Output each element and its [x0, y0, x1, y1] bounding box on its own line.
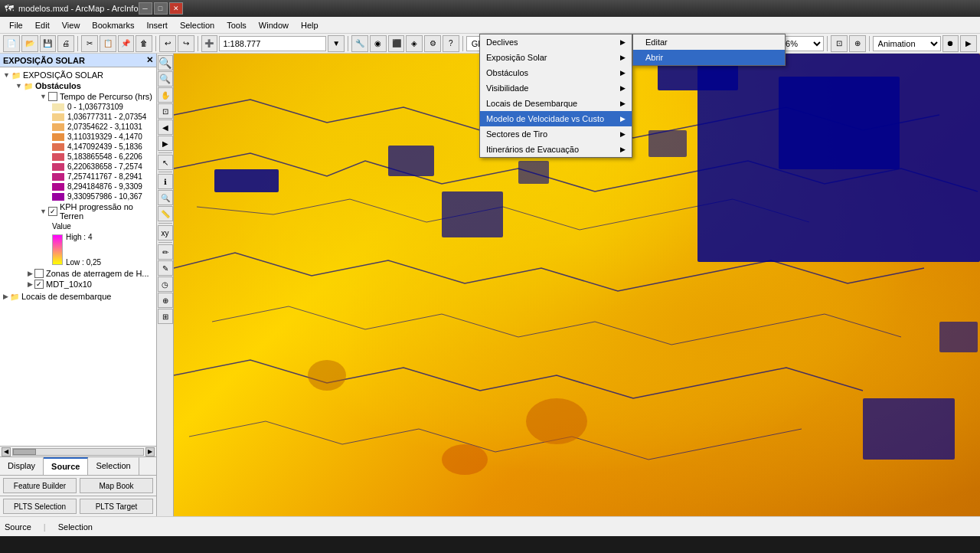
plts-selection-button[interactable]: PLTS Selection [3, 499, 77, 514]
menu-locais[interactable]: Locais de Desembarque ▶ [480, 96, 632, 111]
kph-checkbox[interactable] [48, 207, 57, 216]
menu-sectores[interactable]: Sectores de Tiro ▶ [480, 126, 632, 142]
menu-declives[interactable]: Declives ▶ [480, 34, 632, 50]
minimize-button[interactable]: ─ [139, 2, 152, 15]
feature-builder-button[interactable]: Feature Builder [3, 478, 77, 493]
menu-insert[interactable]: Insert [140, 19, 174, 31]
find-button[interactable]: 🔍 [158, 190, 173, 205]
overview-btn[interactable]: ⊡ [831, 35, 848, 52]
close-button[interactable]: ✕ [169, 2, 183, 15]
toc-close-button[interactable]: ✕ [146, 55, 153, 65]
menu-exposicao[interactable]: Exposição Solar ▶ [480, 50, 632, 65]
tab-display[interactable]: Display [0, 457, 44, 475]
toc-group-exposicao-header[interactable]: ▼ 📁 EXPOSIÇÃO SOLAR [0, 70, 156, 80]
menu-selection[interactable]: Selection [174, 19, 220, 31]
status-sep: | [44, 522, 46, 532]
mdt-checkbox[interactable] [34, 280, 44, 289]
select-button[interactable]: ↖ [158, 155, 173, 170]
anim-play[interactable]: ▶ [960, 35, 977, 52]
magnifier-btn[interactable]: ⊕ [849, 35, 866, 52]
legend-item-9: 8,294184876 - 9,3309 [24, 182, 156, 191]
scroll-left-button[interactable]: ◀ [2, 447, 11, 456]
edit2-button[interactable]: ✎ [158, 260, 173, 276]
toc-kph-layer[interactable]: ▼ KPH progressão no Terren [24, 201, 156, 221]
menu-bookmarks[interactable]: Bookmarks [86, 19, 140, 31]
undo-button[interactable]: ↩ [159, 35, 176, 52]
menu-view[interactable]: View [56, 19, 87, 31]
cut-button[interactable]: ✂ [81, 35, 98, 52]
paste-button[interactable]: 📌 [118, 35, 135, 52]
pan-button[interactable]: ✋ [158, 87, 173, 103]
menu-window[interactable]: Window [253, 19, 295, 31]
tb-tool2[interactable]: ◉ [370, 35, 387, 52]
menu-velocidade[interactable]: Modelo de Velocidade vs Custo ▶ [480, 111, 632, 126]
menu-edit[interactable]: Edit [29, 19, 56, 31]
add-data-button[interactable]: ➕ [201, 35, 218, 52]
tempo-checkbox[interactable] [48, 92, 57, 101]
svg-rect-1 [388, 146, 434, 176]
tb-tool4[interactable]: ◈ [406, 35, 423, 52]
save-button[interactable]: 💾 [40, 35, 57, 52]
edit3-button[interactable]: ◷ [158, 276, 173, 292]
zoom-out-button[interactable]: 🔍 [158, 71, 173, 87]
full-extent-button[interactable]: ⊡ [158, 103, 173, 119]
menu-help[interactable]: Help [295, 19, 325, 31]
tb-tool5[interactable]: ⚙ [424, 35, 441, 52]
copy-button[interactable]: 📋 [100, 35, 116, 52]
tab-selection[interactable]: Selection [88, 457, 139, 475]
toc-obstacles-header[interactable]: ▼ 📁 Obstáculos [12, 80, 156, 91]
tb-tool3[interactable]: ⬛ [388, 35, 405, 52]
locais-folder-icon: 📁 [10, 293, 19, 301]
scale-dropdown[interactable]: ▼ [328, 35, 345, 52]
coords-button[interactable]: xy [158, 225, 173, 241]
zoom-in-button[interactable]: 🔍 [158, 55, 173, 70]
toc-scrollbar[interactable]: ◀ ▶ [0, 446, 156, 456]
new-button[interactable]: 📄 [3, 35, 20, 52]
print-button[interactable]: 🖨 [57, 35, 74, 52]
expand-kph-icon: ▼ [40, 208, 47, 215]
back-extent-button[interactable]: ◀ [158, 119, 173, 135]
tab-source[interactable]: Source [44, 457, 88, 475]
expand-exposicao-icon: ▼ [3, 71, 10, 79]
tb-tool1[interactable]: 🔧 [351, 35, 368, 52]
animation-dropdown[interactable]: Animation [873, 36, 941, 51]
menu-obstaculos[interactable]: Obstáculos ▶ [480, 65, 632, 80]
map-blue-patch-3 [214, 169, 279, 192]
menu-file[interactable]: File [3, 19, 29, 31]
edit5-button[interactable]: ⊞ [158, 309, 173, 324]
delete-button[interactable]: 🗑 [136, 35, 152, 52]
legend-swatch-2 [52, 113, 64, 121]
plts-target-button[interactable]: PLTS Target [80, 499, 153, 514]
edit1-button[interactable]: ✏ [158, 244, 173, 260]
toc-mdt-layer[interactable]: ▶ MDT_10x10 [12, 279, 156, 290]
legend-label-7: 6,220638658 - 7,2574 [67, 162, 142, 171]
open-button[interactable]: 📂 [21, 35, 38, 52]
toc-zonas-layer[interactable]: ▶ Zonas de aterragem de H... [12, 268, 156, 279]
edit4-button[interactable]: ⊕ [158, 293, 173, 308]
toc-tempo-layer[interactable]: ▼ Tempo de Percurso (hrs) [24, 91, 156, 102]
anim-rec[interactable]: ⏺ [942, 35, 959, 52]
menu-visibilidade[interactable]: Visibilidade ▶ [480, 80, 632, 96]
toc-exposicao-label: EXPOSIÇÃO SOLAR [23, 70, 103, 80]
forward-extent-button[interactable]: ▶ [158, 136, 173, 151]
submenu-abrir-item[interactable]: Abrir [633, 50, 785, 65]
sep4 [348, 36, 348, 51]
scroll-track[interactable] [12, 448, 144, 456]
toc-locais-header[interactable]: ▶ 📁 Locais de desembarque [0, 291, 156, 302]
velocidade-submenu-popup: Editar Abrir [632, 34, 786, 66]
submenu-editar-item[interactable]: Editar [633, 34, 785, 50]
menu-itinerarios[interactable]: Itinerários de Evacuação ▶ [480, 142, 632, 157]
redo-button[interactable]: ↪ [178, 35, 194, 52]
measure-button[interactable]: 📏 [158, 206, 173, 221]
maximize-button[interactable]: □ [154, 2, 168, 15]
toc-content[interactable]: ▼ 📁 EXPOSIÇÃO SOLAR ▼ 📁 Obstáculos ▼ [0, 67, 156, 446]
tb-help[interactable]: ? [443, 35, 459, 52]
scroll-thumb[interactable] [13, 449, 36, 455]
info-button[interactable]: ℹ [158, 174, 173, 189]
kph-gradient-row: High : 4 Low : 0,25 [24, 233, 156, 267]
map-book-button[interactable]: Map Book [80, 478, 153, 493]
scroll-right-button[interactable]: ▶ [145, 447, 155, 456]
zonas-checkbox[interactable] [34, 269, 44, 278]
menu-tools[interactable]: Tools [220, 19, 253, 31]
scale-input[interactable] [219, 36, 326, 51]
